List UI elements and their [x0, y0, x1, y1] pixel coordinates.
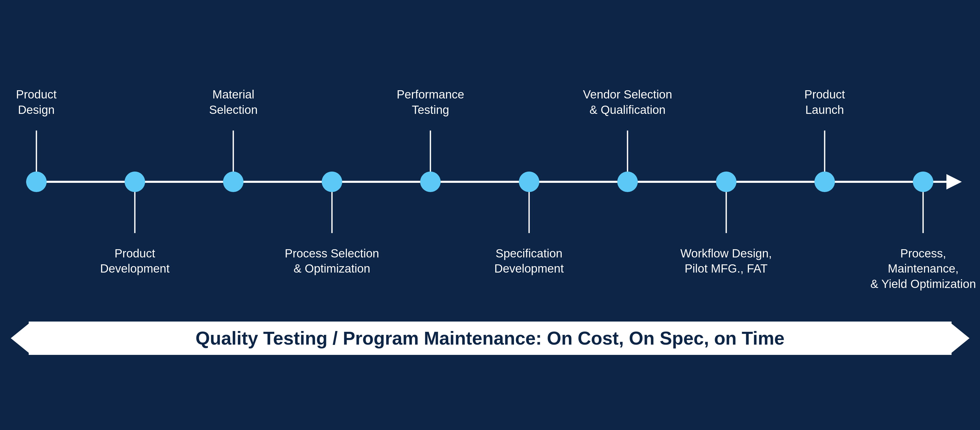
milestone-performance-testing: PerformanceTesting [420, 172, 441, 192]
label-vendor-selection: Vendor Selection& Qualification [576, 87, 679, 118]
arrow-body: Quality Testing / Program Maintenance: O… [29, 322, 951, 355]
timeline-section: ProductDesign ProductDevelopment Materia… [16, 67, 964, 297]
milestone-material-selection: MaterialSelection [223, 172, 243, 192]
dot-process-selection [322, 172, 342, 192]
label-specification-development: SpecificationDevelopment [475, 246, 583, 277]
dot-product-launch [815, 172, 835, 192]
main-container: ProductDesign ProductDevelopment Materia… [16, 67, 964, 364]
milestone-workflow-design: Workflow Design,Pilot MFG., FAT [716, 172, 737, 192]
dot-vendor-selection [617, 172, 638, 192]
dot-performance-testing [420, 172, 441, 192]
dot-material-selection [223, 172, 243, 192]
label-process-selection: Process Selection& Optimization [278, 246, 386, 277]
milestone-process-maintenance: Process, Maintenance,& Yield Optimizatio… [913, 172, 933, 192]
banner-text: Quality Testing / Program Maintenance: O… [196, 328, 785, 349]
label-performance-testing: PerformanceTesting [379, 87, 482, 118]
milestones-container: ProductDesign ProductDevelopment Materia… [26, 172, 934, 192]
label-material-selection: MaterialSelection [182, 87, 285, 118]
dot-product-development [124, 172, 145, 192]
label-product-development: ProductDevelopment [81, 246, 189, 277]
milestone-product-development: ProductDevelopment [124, 172, 145, 192]
label-process-maintenance: Process, Maintenance,& Yield Optimizatio… [869, 246, 977, 292]
dot-process-maintenance [913, 172, 933, 192]
milestone-product-launch: ProductLaunch [815, 172, 835, 192]
label-product-design: ProductDesign [0, 87, 88, 118]
milestone-specification-development: SpecificationDevelopment [519, 172, 539, 192]
milestone-vendor-selection: Vendor Selection& Qualification [617, 172, 638, 192]
dot-workflow-design [716, 172, 737, 192]
arrow-shape: Quality Testing / Program Maintenance: O… [29, 315, 951, 361]
milestone-product-design: ProductDesign [26, 172, 47, 192]
dot-product-design [26, 172, 47, 192]
milestone-process-selection: Process Selection& Optimization [322, 172, 342, 192]
dot-specification-development [519, 172, 539, 192]
bottom-banner: Quality Testing / Program Maintenance: O… [29, 312, 951, 364]
label-product-launch: ProductLaunch [773, 87, 876, 118]
label-workflow-design: Workflow Design,Pilot MFG., FAT [672, 246, 780, 277]
